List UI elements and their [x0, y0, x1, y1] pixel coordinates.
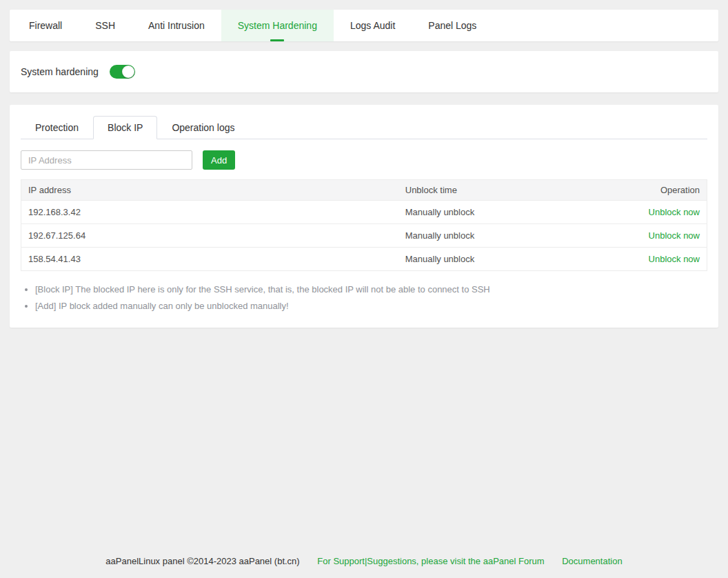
cell-ip: 192.168.3.42 [21, 201, 398, 224]
unblock-now-link[interactable]: Unblock now [649, 207, 700, 217]
tab-block-ip[interactable]: Block IP [93, 116, 157, 139]
tab-protection[interactable]: Protection [21, 116, 93, 139]
table-row: 192.168.3.42 Manually unblock Unblock no… [21, 201, 707, 224]
tab-ssh-label: SSH [95, 20, 115, 31]
tab-system-hardening[interactable]: System Hardening [221, 10, 334, 41]
cell-unblock-time: Manually unblock [398, 224, 605, 248]
tab-firewall[interactable]: Firewall [12, 10, 79, 41]
tab-logs-audit-label: Logs Audit [350, 20, 395, 31]
footer-copyright: aaPanelLinux panel ©2014-2023 aaPanel (b… [105, 556, 299, 566]
table-row: 158.54.41.43 Manually unblock Unblock no… [21, 248, 707, 271]
main-tab-bar: Firewall SSH Anti Intrusion System Harde… [10, 10, 718, 41]
toggle-knob [122, 66, 134, 78]
column-header-operation: Operation [604, 180, 707, 201]
tab-panel-logs-label: Panel Logs [428, 20, 476, 31]
tab-block-ip-label: Block IP [108, 122, 143, 133]
block-ip-card: Protection Block IP Operation logs Add I… [10, 105, 718, 328]
page-footer: aaPanelLinux panel ©2014-2023 aaPanel (b… [0, 556, 728, 566]
tab-protection-label: Protection [35, 122, 79, 133]
block-ip-tab-bar: Protection Block IP Operation logs [21, 116, 707, 139]
note-add: [Add] IP block added manually can only b… [35, 300, 707, 312]
active-tab-indicator [270, 39, 284, 41]
system-hardening-toggle[interactable] [110, 65, 135, 79]
footer-support-link[interactable]: For Support|Suggestions, please visit th… [317, 556, 544, 566]
add-button[interactable]: Add [203, 150, 235, 170]
note-block-ip: [Block IP] The blocked IP here is only f… [35, 283, 707, 295]
column-header-unblock-time: Unblock time [398, 180, 605, 201]
tab-firewall-label: Firewall [29, 20, 62, 31]
tab-operation-logs-label: Operation logs [172, 122, 234, 133]
tab-logs-audit[interactable]: Logs Audit [334, 10, 412, 41]
unblock-now-link[interactable]: Unblock now [649, 230, 700, 241]
column-header-ip: IP address [21, 180, 398, 201]
system-hardening-card: System hardening [10, 51, 718, 92]
footer-docs-link[interactable]: Documentation [562, 556, 622, 566]
tab-ssh[interactable]: SSH [79, 10, 132, 41]
tab-operation-logs[interactable]: Operation logs [157, 116, 249, 139]
tab-system-hardening-label: System Hardening [238, 20, 317, 31]
add-ip-form: Add [21, 150, 707, 170]
tab-anti-intrusion[interactable]: Anti Intrusion [132, 10, 221, 41]
blocked-ip-table: IP address Unblock time Operation 192.16… [21, 179, 707, 271]
table-row: 192.67.125.64 Manually unblock Unblock n… [21, 224, 707, 248]
system-hardening-label: System hardening [21, 66, 99, 77]
ip-address-input[interactable] [21, 150, 192, 170]
cell-ip: 158.54.41.43 [21, 248, 398, 271]
tab-panel-logs[interactable]: Panel Logs [412, 10, 493, 41]
cell-unblock-time: Manually unblock [398, 248, 605, 271]
table-header-row: IP address Unblock time Operation [21, 180, 707, 201]
unblock-now-link[interactable]: Unblock now [649, 254, 700, 264]
cell-unblock-time: Manually unblock [398, 201, 605, 224]
help-notes: [Block IP] The blocked IP here is only f… [21, 283, 707, 312]
tab-anti-intrusion-label: Anti Intrusion [148, 20, 205, 31]
cell-ip: 192.67.125.64 [21, 224, 398, 248]
